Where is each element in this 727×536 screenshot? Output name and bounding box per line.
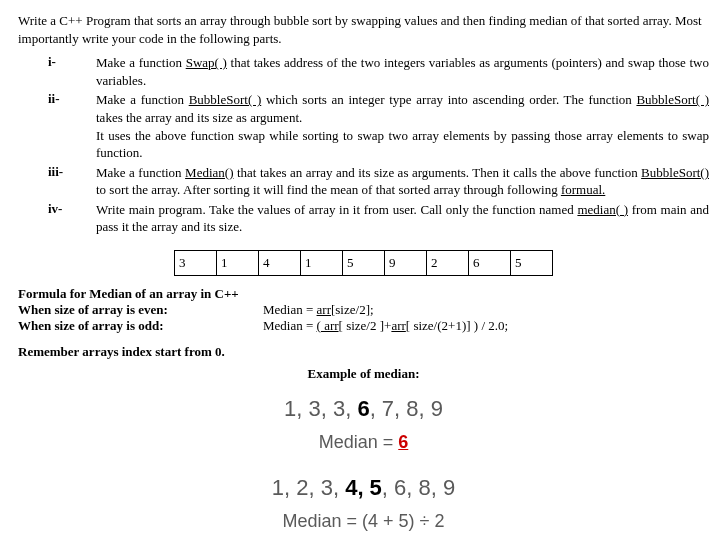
- text: to sort the array. After sorting it will…: [96, 182, 561, 197]
- text: Make a function: [96, 55, 186, 70]
- item-ii: ii- Make a function BubbleSort( ) which …: [48, 91, 709, 161]
- array-cell: 1: [301, 250, 343, 275]
- text: that takes an array and its size as argu…: [233, 165, 641, 180]
- text: It uses the above function swap while so…: [96, 128, 709, 161]
- formula-even: When size of array is even: Median = arr…: [18, 302, 709, 318]
- array-cell: 5: [343, 250, 385, 275]
- intro-paragraph: Write a C++ Program that sorts an array …: [18, 12, 709, 48]
- array-cell: 4: [259, 250, 301, 275]
- remember-note: Remember arrays index start from 0.: [18, 344, 709, 360]
- array-cell: 6: [469, 250, 511, 275]
- item-iv: iv- Write main program. Take the values …: [48, 201, 709, 236]
- item-iii: iii- Make a function Median() that takes…: [48, 164, 709, 199]
- text: Write main program. Take the values of a…: [96, 202, 577, 217]
- items-list: i- Make a function Swap( ) that takes ad…: [48, 54, 709, 235]
- formula-odd: When size of array is odd: Median = ( ar…: [18, 318, 709, 334]
- fn-swap: Swap( ): [186, 55, 227, 70]
- item-body: Make a function Median() that takes an a…: [96, 164, 709, 199]
- item-body: Make a function Swap( ) that takes addre…: [96, 54, 709, 89]
- example-area: 1, 3, 3, 6, 7, 8, 9 Median = 6 1, 2, 3, …: [18, 396, 709, 536]
- array-cell: 5: [511, 250, 553, 275]
- odd-expr: Median = ( arr[ size/2 ]+arr[ size/(2+1)…: [263, 318, 508, 334]
- example2-median-expr: Median = (4 + 5) ÷ 2: [18, 511, 709, 532]
- array-cell: 1: [217, 250, 259, 275]
- text: which sorts an integer type array into a…: [261, 92, 636, 107]
- fn-median-call: median( ): [577, 202, 628, 217]
- word-formual: formual.: [561, 182, 605, 197]
- example2-sequence: 1, 2, 3, 4, 5, 6, 8, 9: [18, 475, 709, 501]
- item-number: iv-: [48, 201, 96, 236]
- item-number: ii-: [48, 91, 96, 161]
- fn-bubblesort: BubbleSort( ): [189, 92, 262, 107]
- text: Make a function: [96, 92, 189, 107]
- array-cell: 3: [175, 250, 217, 275]
- item-number: iii-: [48, 164, 96, 199]
- even-expr: Median = arr[size/2];: [263, 302, 374, 318]
- example1-median: Median = 6: [18, 432, 709, 453]
- array-table: 3 1 4 1 5 9 2 6 5: [174, 250, 553, 276]
- fn-bubblesort: BubbleSort(): [641, 165, 709, 180]
- example-heading: Example of median:: [18, 366, 709, 382]
- formula-block: Formula for Median of an array in C++ Wh…: [18, 286, 709, 334]
- even-label: When size of array is even:: [18, 302, 168, 317]
- fn-median: Median(): [185, 165, 233, 180]
- array-cell: 2: [427, 250, 469, 275]
- text: Make a function: [96, 165, 185, 180]
- array-cell: 9: [385, 250, 427, 275]
- item-body: Make a function BubbleSort( ) which sort…: [96, 91, 709, 161]
- text: takes the array and its size as argument…: [96, 110, 302, 125]
- formula-heading: Formula for Median of an array in C++: [18, 286, 709, 302]
- item-body: Write main program. Take the values of a…: [96, 201, 709, 236]
- fn-bubblesort: BubbleSort( ): [636, 92, 709, 107]
- example1-sequence: 1, 3, 3, 6, 7, 8, 9: [18, 396, 709, 422]
- item-i: i- Make a function Swap( ) that takes ad…: [48, 54, 709, 89]
- odd-label: When size of array is odd:: [18, 318, 164, 333]
- item-number: i-: [48, 54, 96, 89]
